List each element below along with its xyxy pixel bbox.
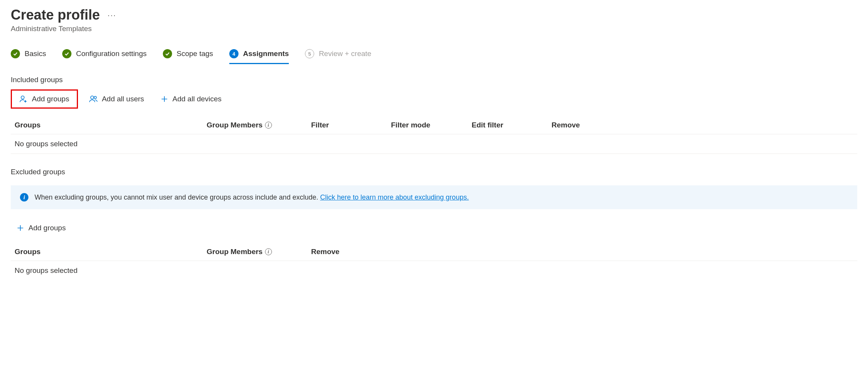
svg-point-2 (94, 96, 96, 99)
step-number-icon: 5 (305, 49, 314, 58)
step-label: Configuration settings (76, 50, 147, 58)
included-groups-heading: Included groups (11, 76, 857, 84)
info-icon[interactable]: i (265, 122, 272, 129)
step-label: Basics (25, 50, 46, 58)
step-label: Assignments (243, 50, 289, 58)
table-row: No groups selected (11, 134, 857, 154)
info-icon[interactable]: i (265, 248, 272, 255)
check-icon (62, 49, 71, 58)
check-icon (11, 49, 20, 58)
empty-message: No groups selected (15, 266, 207, 275)
col-group-members: Group Members i (207, 248, 311, 256)
step-configuration-settings[interactable]: Configuration settings (62, 49, 147, 64)
step-assignments[interactable]: 4 Assignments (229, 49, 289, 64)
highlight-annotation: Add groups (11, 89, 78, 109)
col-groups: Groups (15, 121, 207, 129)
banner-text: When excluding groups, you cannot mix us… (35, 193, 469, 202)
button-label: Add groups (28, 224, 66, 232)
people-icon (89, 94, 98, 104)
col-filter-mode: Filter mode (391, 121, 472, 129)
more-actions-icon[interactable]: ··· (108, 11, 116, 20)
excluded-add-groups-button[interactable]: Add groups (11, 221, 857, 235)
empty-message: No groups selected (15, 140, 207, 148)
svg-point-0 (21, 96, 24, 99)
wizard-steps: Basics Configuration settings Scope tags… (11, 49, 857, 64)
excluded-groups-table: Groups Group Members i Remove No groups … (11, 244, 857, 280)
button-label: Add all users (102, 95, 144, 103)
learn-more-link[interactable]: Click here to learn more about excluding… (320, 193, 469, 201)
add-all-devices-button[interactable]: Add all devices (155, 92, 227, 106)
step-scope-tags[interactable]: Scope tags (163, 49, 213, 64)
table-header-row: Groups Group Members i Filter Filter mod… (11, 118, 857, 134)
step-label: Review + create (319, 50, 371, 58)
step-review-create[interactable]: 5 Review + create (305, 49, 371, 64)
plus-icon (160, 95, 169, 103)
button-label: Add groups (32, 95, 69, 103)
col-group-members: Group Members i (207, 121, 311, 129)
svg-point-1 (91, 96, 94, 99)
table-header-row: Groups Group Members i Remove (11, 244, 857, 261)
col-filter: Filter (311, 121, 391, 129)
plus-icon (16, 224, 25, 232)
table-row: No groups selected (11, 261, 857, 280)
step-label: Scope tags (177, 50, 213, 58)
page-title: Create profile (11, 7, 100, 23)
col-edit-filter: Edit filter (472, 121, 552, 129)
button-label: Add all devices (172, 95, 222, 103)
info-icon: i (20, 193, 28, 202)
step-number-icon: 4 (229, 49, 239, 58)
excluded-groups-heading: Excluded groups (11, 168, 857, 176)
add-all-users-button[interactable]: Add all users (83, 91, 149, 107)
add-groups-button[interactable]: Add groups (13, 91, 75, 107)
col-groups: Groups (15, 248, 207, 256)
page-subtitle: Administrative Templates (11, 25, 857, 33)
included-groups-table: Groups Group Members i Filter Filter mod… (11, 118, 857, 154)
col-remove: Remove (311, 248, 853, 256)
included-action-bar: Add groups Add all users Add all devices (11, 89, 857, 109)
person-add-icon (19, 94, 28, 104)
check-icon (163, 49, 172, 58)
info-banner: i When excluding groups, you cannot mix … (11, 185, 857, 209)
step-basics[interactable]: Basics (11, 49, 46, 64)
col-remove: Remove (552, 121, 853, 129)
